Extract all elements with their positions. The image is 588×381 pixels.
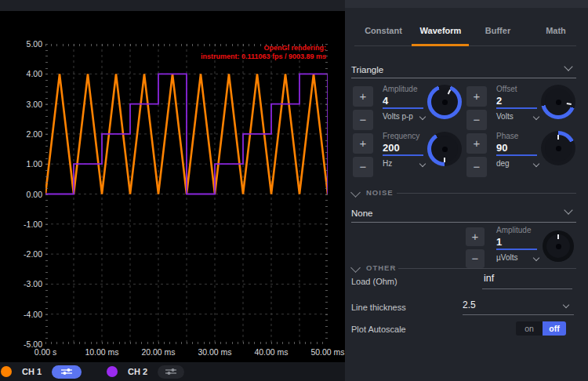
opengl-status-text: OpenGl rendering: instrument: 0.111063 f… [45,44,326,61]
tab-waveform[interactable]: Waveform [413,26,468,38]
amplitude-increment-button[interactable]: + [353,86,373,107]
amplitude-unit-value: Volts p-p [383,112,413,121]
noise-amplitude-decrement-button[interactable]: − [466,249,485,268]
knob-center-dot [556,146,561,151]
noise-amplitude-unit-select[interactable]: µVolts [496,253,539,262]
select-underline [463,314,574,315]
tab-buffer[interactable]: Buffer [478,26,517,38]
ch1-color-dot[interactable] [1,366,12,377]
ch1-settings-button[interactable] [52,365,82,379]
amplitude-unit-select[interactable]: Volts p-p [383,112,425,121]
section-divider [397,193,576,194]
plot-canvas[interactable] [45,44,328,344]
x-axis-tick-label: 0.00 s [20,347,71,357]
frequency-value-input[interactable]: 200 [383,142,400,154]
ch2-label: CH 2 [128,367,147,376]
frequency-decrement-button[interactable]: − [353,157,373,177]
chevron-down-icon [419,160,426,166]
offset-unit-select[interactable]: Volts [496,112,539,121]
opengl-status-line2: instrument: 0.111063 fps / 9003.89 ms [45,53,326,61]
frequency-unit-select[interactable]: Hz [383,159,425,168]
amplitude-value-input[interactable]: 4 [383,95,388,107]
phase-value-input[interactable]: 90 [496,142,507,154]
noise-collapse-icon[interactable] [350,187,361,198]
autoscale-on-button[interactable]: on [516,321,543,336]
amplitude-knob[interactable] [427,85,462,119]
chevron-down-icon [564,205,572,214]
autoscale-off-button[interactable]: off [543,321,566,336]
frequency-knob[interactable] [427,132,462,166]
ch2-color-dot[interactable] [107,366,118,377]
offset-decrement-button[interactable]: − [466,110,487,130]
waveform-control-panel: Constant Waveform Buffer Math Triangle +… [345,0,588,381]
knob-indicator [444,158,445,162]
x-axis-tick-label: 30.00 ms [190,347,240,357]
chevron-down-icon [419,113,426,119]
waveform-type-select[interactable]: Triangle [351,62,576,76]
x-axis-tick-label: 50.00 ms [303,347,345,357]
waveform-type-value: Triangle [351,65,383,74]
y-axis-tick-label: -3.00 [11,279,42,288]
noise-type-select[interactable]: None [351,205,576,220]
noise-amplitude-increment-button[interactable]: + [466,227,485,246]
noise-amplitude-value-input[interactable]: 1 [496,236,502,248]
line-thickness-select[interactable]: 2.5 [463,299,476,310]
value-underline [383,154,423,156]
other-section-header: OTHER [366,263,396,272]
phase-decrement-button[interactable]: − [466,157,487,177]
ch2-settings-button[interactable] [158,365,184,379]
y-axis-tick-label: -4.00 [11,310,42,319]
select-divider [351,78,576,78]
load-label: Load (Ohm) [351,277,397,286]
y-axis-tick-label: 2.00 [11,129,42,139]
select-divider [351,222,576,223]
phase-unit-select[interactable]: deg [496,159,539,168]
active-tab-indicator [412,44,469,46]
minor-ticks-right [325,44,328,344]
x-axis-tick-label: 10.00 ms [77,347,127,357]
y-axis-tick-label: 4.00 [11,69,42,78]
value-underline [496,154,537,156]
chevron-down-icon [563,302,569,308]
panel-header-strip [345,0,588,8]
noise-type-value: None [351,209,373,218]
channel-bar: CH 1 CH 2 [0,362,345,381]
noise-amplitude-unit-value: µVolts [496,253,517,262]
chevron-down-icon [533,160,539,166]
knob-center-dot [556,100,561,105]
chevron-down-icon [533,113,539,119]
waveform-ch2 [45,74,328,194]
amplitude-decrement-button[interactable]: − [353,110,373,130]
offset-knob[interactable] [541,85,575,119]
value-underline [383,107,423,109]
noise-amplitude-knob[interactable] [543,230,574,262]
knob-indicator [557,135,559,140]
knob-indicator [557,234,559,239]
offset-value-input[interactable]: 2 [496,95,502,107]
load-input[interactable]: inf [484,273,494,284]
tab-math[interactable]: Math [536,26,575,38]
frequency-increment-button[interactable]: + [353,133,373,154]
offset-unit-value: Volts [496,112,514,121]
chevron-down-icon [533,254,539,260]
tab-constant[interactable]: Constant [360,26,407,38]
y-axis-tick-label: 5.00 [11,39,42,49]
other-collapse-icon[interactable] [350,263,361,273]
offset-label: Offset [496,85,517,93]
offset-increment-button[interactable]: + [466,86,487,107]
plot-header-strip [0,0,345,11]
y-axis-tick-label: -1.00 [11,220,42,229]
y-axis-tick-label: -2.00 [11,249,42,259]
chevron-down-icon [564,62,572,71]
phase-knob[interactable] [541,131,575,165]
phase-increment-button[interactable]: + [466,133,487,154]
sliders-icon [165,368,177,376]
x-axis-tick-label: 20.00 ms [133,347,183,357]
frequency-unit-value: Hz [383,159,392,168]
plot-region: OpenGl rendering: instrument: 0.111063 f… [0,0,345,381]
knob-center-dot [442,147,448,152]
minor-ticks-bottom [45,342,328,344]
ch1-label: CH 1 [22,367,42,376]
knob-center-dot [556,244,561,249]
plot-autoscale-label: Plot Autoscale [351,325,406,334]
